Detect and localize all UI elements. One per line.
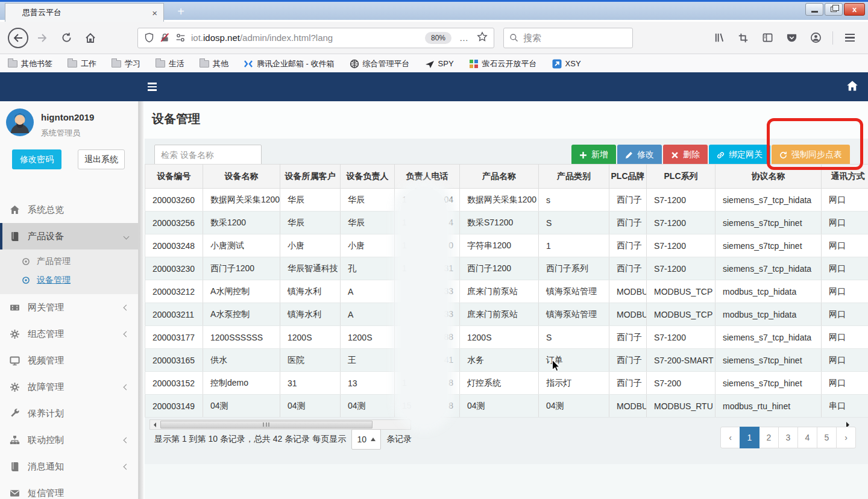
sidebar-item-notice[interactable]: 消息通知 <box>0 453 138 480</box>
pager-page-1[interactable]: 1 <box>740 427 760 448</box>
sidebar-item-gateway[interactable]: 网关管理 <box>0 294 138 321</box>
table-cell: 04测 <box>460 395 539 418</box>
force-sync-button[interactable]: 强制同步点表 <box>772 145 850 165</box>
column-header[interactable]: PLC品牌 <box>609 165 647 189</box>
per-page-select[interactable]: 10 <box>351 429 381 450</box>
scrollbar-thumb[interactable] <box>160 421 373 428</box>
scroll-left-arrow[interactable] <box>150 420 159 429</box>
pager-next[interactable]: › <box>836 427 856 448</box>
logout-button[interactable]: 退出系统 <box>78 149 125 169</box>
pager-page-2[interactable]: 2 <box>759 427 779 448</box>
home-button[interactable] <box>80 28 101 48</box>
table-row[interactable]: 20000314904测04测04测15804测04测MODBUSMODBUS_… <box>145 395 868 418</box>
change-password-button[interactable]: 修改密码 <box>12 149 61 169</box>
table-row[interactable]: 200003260数据网关采集1200华辰华辰104数据网关采集1200s西门子… <box>145 189 868 212</box>
column-header[interactable]: 产品类别 <box>539 165 609 189</box>
bookmark-folder[interactable]: 工作 <box>68 58 96 69</box>
sidebar-item-config[interactable]: 组态管理 <box>0 321 138 347</box>
forward-button[interactable] <box>32 28 52 48</box>
sidebar-toggle-button[interactable] <box>148 83 157 91</box>
bookmark-link[interactable]: XSY <box>552 59 581 69</box>
table-row[interactable]: 2000031771200SSSSSS1200S1200S881200SS西门子… <box>145 326 868 349</box>
sidebar-item-device-mgmt[interactable]: 设备管理 <box>0 271 138 289</box>
table-row[interactable]: 200003230西门子1200华辰智通科技孔131西门子1200西门子系列西门… <box>145 257 868 280</box>
new-tab-button[interactable]: + <box>174 5 188 19</box>
bookmark-link[interactable]: SPY <box>425 59 454 69</box>
pocket-icon[interactable] <box>781 28 802 48</box>
table-cell: 小唐 <box>341 234 395 257</box>
sidebar-item-maintenance[interactable]: 保养计划 <box>0 400 138 427</box>
sidebar-item-overview[interactable]: 系统总览 <box>0 196 138 223</box>
sidebar-item-fault[interactable]: 故障管理 <box>0 374 138 400</box>
column-header[interactable]: 协议名称 <box>715 165 822 189</box>
pager-page-5[interactable]: 5 <box>817 427 837 448</box>
pager-prev[interactable]: ‹ <box>720 427 740 448</box>
account-icon[interactable] <box>805 28 826 48</box>
browser-tab[interactable]: 思普云平台 × <box>5 3 164 22</box>
restore-button[interactable] <box>825 3 843 16</box>
app-home-button[interactable] <box>846 80 858 95</box>
column-header[interactable]: 通讯方式 <box>822 165 868 189</box>
bind-gateway-button[interactable]: 绑定网关 <box>709 145 770 165</box>
table-row[interactable]: 200003211A水泵控制镇海水利A33庶来门前泵站镇海泵站管理MODBUSM… <box>145 303 868 326</box>
products-submenu: 产品管理 设备管理 <box>0 250 138 294</box>
column-header[interactable]: 负责人电话 <box>395 165 460 189</box>
bookmark-folder[interactable]: 生活 <box>156 58 184 69</box>
minimize-button[interactable] <box>805 3 823 16</box>
horizontal-scrollbar[interactable] <box>149 419 411 430</box>
menu-button[interactable] <box>840 28 860 48</box>
column-header[interactable]: PLC系列 <box>647 165 715 189</box>
button-label: 修改 <box>637 149 654 160</box>
pager-page-4[interactable]: 4 <box>797 427 817 448</box>
bookmark-folder[interactable]: 学习 <box>112 58 140 69</box>
sidebar-item-video[interactable]: 视频管理 <box>0 347 138 374</box>
chevron-left-icon <box>124 331 130 337</box>
table-row[interactable]: 200003165供水医院王41水务订单西门子S7-200-SMARTsieme… <box>145 349 868 372</box>
library-icon[interactable] <box>709 28 729 48</box>
reload-button[interactable] <box>56 28 77 48</box>
zoom-level-badge[interactable]: 80% <box>425 32 451 44</box>
table-row[interactable]: 200003248小唐测试小唐小唐10字符串12001西门子S7-1200sie… <box>145 234 868 257</box>
table-cell: S7-1200 <box>647 212 715 234</box>
bookmark-link[interactable]: 萤石云开放平台 <box>469 58 537 69</box>
table-cell: MODBUS_RTU <box>647 395 715 418</box>
pager-page-3[interactable]: 3 <box>778 427 798 448</box>
table-cell: 04测 <box>203 395 280 418</box>
bookmark-link[interactable]: 腾讯企业邮箱 - 收件箱 <box>244 58 335 69</box>
tab-close-icon[interactable]: × <box>152 8 157 17</box>
browser-search-box[interactable] <box>503 28 633 48</box>
sidebars-icon[interactable] <box>757 28 778 48</box>
edit-button[interactable]: 修改 <box>617 145 662 165</box>
sidebar-item-products[interactable]: 产品设备 <box>0 223 138 250</box>
bookmark-star-icon[interactable] <box>477 31 488 45</box>
table-row[interactable]: 200003152控制demo311318灯控系统指示灯西门子S7-200sie… <box>145 372 868 395</box>
delete-button[interactable]: 删除 <box>663 145 708 165</box>
phone-fragment: 4 <box>448 218 453 227</box>
envelope-icon <box>10 488 20 498</box>
back-button[interactable] <box>8 28 28 48</box>
page-actions-icon[interactable]: … <box>459 33 469 43</box>
table-row[interactable]: 200003256数采1200华辰华辰14数采S71200S西门子S7-1200… <box>145 212 868 234</box>
app-top-bar <box>0 72 868 101</box>
add-button[interactable]: 新增 <box>571 145 616 165</box>
bookmark-folder[interactable]: 其他 <box>200 58 228 69</box>
sidebar-item-product-mgmt[interactable]: 产品管理 <box>0 252 138 271</box>
column-header[interactable]: 设备所属客户 <box>280 165 341 189</box>
url-bar[interactable]: iot.idosp.net/admin/index.html?lang 80% … <box>137 28 494 48</box>
table-cell: S <box>539 212 609 234</box>
column-header[interactable]: 设备编号 <box>145 165 203 189</box>
bookmark-link[interactable]: 综合管理平台 <box>350 58 410 69</box>
column-header[interactable]: 产品名称 <box>460 165 539 189</box>
close-button[interactable]: x <box>844 3 865 16</box>
column-header[interactable]: 设备名称 <box>203 165 280 189</box>
screen: 思普云平台 × + x iot.idosp.net/a <box>0 0 868 499</box>
column-header[interactable]: 设备负责人 <box>341 165 395 189</box>
bookmark-folder[interactable]: 其他书签 <box>8 58 52 69</box>
sidebar-item-linkage[interactable]: 联动控制 <box>0 427 138 453</box>
browser-search-input[interactable] <box>523 33 614 43</box>
table-cell: A水泵控制 <box>203 303 280 326</box>
screenshot-icon[interactable] <box>733 28 753 48</box>
device-search-input[interactable] <box>154 145 262 165</box>
sidebar-item-sms[interactable]: 短信管理 <box>0 480 138 499</box>
table-row[interactable]: 200003212A水闸控制镇海水利A33庶来门前泵站镇海泵站管理MODBUSM… <box>145 280 868 303</box>
